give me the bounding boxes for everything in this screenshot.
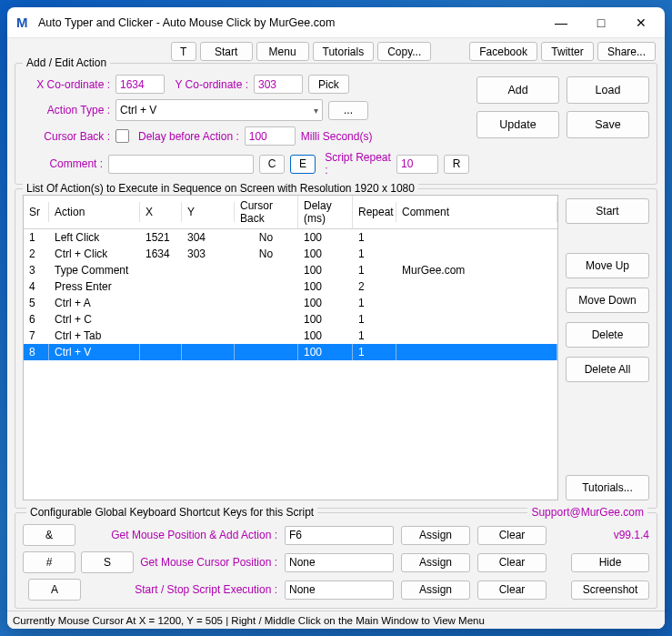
start-button[interactable]: Start [566, 198, 649, 224]
table-row[interactable]: 6Ctrl + C1001 [24, 311, 557, 328]
script-repeat-input[interactable] [396, 155, 438, 174]
delete-button[interactable]: Delete [566, 322, 649, 348]
update-button[interactable]: Update [476, 111, 559, 138]
a-button[interactable]: A [28, 579, 81, 601]
cell-sr: 2 [24, 246, 49, 262]
cell-repeat: 2 [353, 278, 396, 295]
table-row[interactable]: 7Ctrl + Tab1001 [24, 328, 557, 344]
delay-input[interactable] [245, 126, 296, 146]
cell-delay: 100 [298, 328, 353, 344]
cell-comment [396, 278, 557, 295]
cell-x [140, 311, 182, 328]
cell-repeat: 1 [353, 229, 396, 246]
status-bar: Currently Mouse Cursor At X = 1200, Y = … [7, 611, 665, 629]
hash-button[interactable]: # [23, 551, 75, 573]
comment-input[interactable] [108, 155, 254, 174]
tutorials-button[interactable]: Tutorials... [566, 475, 649, 500]
cell-repeat: 1 [353, 328, 396, 344]
move-up-button[interactable]: Move Up [566, 253, 649, 278]
table-row[interactable]: 8Ctrl + V1001 [24, 344, 557, 360]
add-button[interactable]: Add [476, 76, 559, 104]
col-repeat[interactable]: Repeat [353, 202, 396, 222]
table-row[interactable]: 3Type Comment1001MurGee.com [24, 262, 557, 278]
cell-delay: 100 [298, 229, 353, 246]
amp-button[interactable]: & [23, 524, 75, 546]
cell-action: Type Comment [49, 262, 140, 278]
screenshot-button[interactable]: Screenshot [571, 580, 649, 600]
clear3-button[interactable]: Clear [477, 580, 547, 600]
action-ellipsis-button[interactable]: ... [328, 101, 368, 120]
cell-y [182, 278, 235, 295]
cell-cursor [235, 344, 298, 360]
title-bar[interactable]: M Auto Typer and Clicker - Auto Mouse Cl… [7, 7, 665, 38]
col-action[interactable]: Action [49, 202, 140, 222]
support-link[interactable]: Support@MurGee.com [527, 506, 647, 519]
start-top-button[interactable]: Start [200, 42, 253, 61]
x-coord-input[interactable] [115, 75, 165, 94]
twitter-button[interactable]: Twitter [541, 42, 594, 61]
cell-delay: 100 [298, 344, 353, 360]
facebook-button[interactable]: Facebook [469, 42, 537, 61]
shortcut-legend: Configurable Global Keyboard Shortcut Ke… [26, 506, 317, 519]
cell-x [140, 344, 182, 360]
copy-button[interactable]: Copy... [377, 42, 431, 61]
cell-y [182, 344, 235, 360]
table-row[interactable]: 5Ctrl + A1001 [24, 295, 557, 311]
t-button[interactable]: T [171, 42, 196, 61]
share-button[interactable]: Share... [597, 42, 656, 61]
clear2-button[interactable]: Clear [477, 553, 547, 572]
menu-button[interactable]: Menu [256, 42, 309, 61]
cell-repeat: 1 [353, 246, 396, 262]
col-x[interactable]: X [140, 202, 182, 222]
clear1-button[interactable]: Clear [477, 526, 547, 545]
assign3-button[interactable]: Assign [401, 580, 470, 600]
table-row[interactable]: 1Left Click1521304No1001 [24, 229, 557, 246]
cell-action: Ctrl + C [49, 311, 140, 328]
save-button[interactable]: Save [567, 111, 649, 138]
row2-input[interactable] [285, 553, 394, 572]
col-y[interactable]: Y [182, 202, 235, 222]
close-button[interactable]: ✕ [621, 10, 661, 35]
cell-comment: MurGee.com [396, 262, 557, 278]
app-window: M Auto Typer and Clicker - Auto Mouse Cl… [7, 7, 665, 629]
row3-input[interactable] [285, 580, 394, 600]
col-delay[interactable]: Delay (ms) [298, 196, 353, 228]
assign2-button[interactable]: Assign [401, 553, 470, 572]
minimize-button[interactable]: — [541, 10, 581, 35]
version-label[interactable]: v99.1.4 [571, 529, 649, 541]
col-comment[interactable]: Comment [396, 202, 557, 222]
cursor-back-checkbox[interactable] [115, 129, 129, 143]
e-button[interactable]: E [290, 155, 316, 174]
c-button[interactable]: C [259, 155, 285, 174]
move-down-button[interactable]: Move Down [566, 288, 649, 313]
table-row[interactable]: 2Ctrl + Click1634303No1001 [24, 246, 557, 262]
status-text: Currently Mouse Cursor At X = 1200, Y = … [13, 615, 485, 626]
list-header: Sr Action X Y Cursor Back Delay (ms) Rep… [24, 196, 557, 229]
cell-cursor [235, 328, 298, 344]
assign1-button[interactable]: Assign [401, 526, 470, 545]
table-row[interactable]: 4Press Enter1002 [24, 278, 557, 295]
tutorials-top-button[interactable]: Tutorials [313, 42, 375, 61]
cell-action: Ctrl + A [49, 295, 140, 311]
cell-y [182, 262, 235, 278]
cell-comment [396, 246, 557, 262]
cell-action: Ctrl + V [49, 344, 140, 360]
load-button[interactable]: Load [567, 76, 649, 104]
cell-action: Left Click [49, 229, 140, 246]
delete-all-button[interactable]: Delete All [566, 357, 649, 382]
hide-button[interactable]: Hide [571, 553, 649, 572]
x-coord-label: X Co-ordinate : [23, 78, 110, 91]
maximize-button[interactable]: □ [581, 10, 621, 35]
col-cursor[interactable]: Cursor Back [235, 196, 298, 228]
action-type-select[interactable]: Ctrl + V ▾ [115, 99, 323, 121]
row1-input[interactable] [285, 526, 394, 545]
action-list[interactable]: Sr Action X Y Cursor Back Delay (ms) Rep… [23, 195, 558, 500]
pick-button[interactable]: Pick [308, 75, 349, 94]
cell-delay: 100 [298, 311, 353, 328]
cell-x: 1521 [140, 229, 182, 246]
r-button[interactable]: R [444, 155, 469, 174]
cell-repeat: 1 [353, 311, 396, 328]
col-sr[interactable]: Sr [24, 202, 49, 222]
delay-unit: Milli Second(s) [301, 130, 373, 143]
y-coord-input[interactable] [254, 75, 303, 94]
